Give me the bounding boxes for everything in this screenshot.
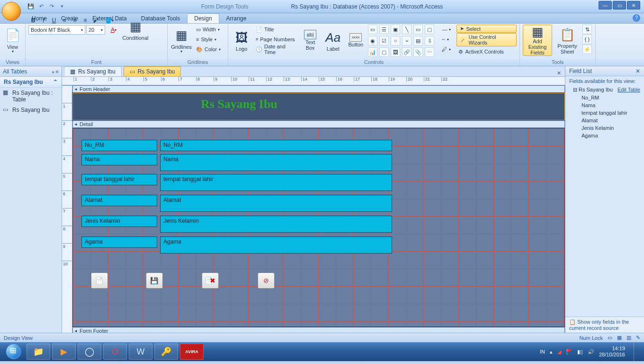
image-icon[interactable]: 🖼 [391, 47, 400, 57]
detail-section-bar[interactable]: Detail [72, 120, 565, 128]
convert-macros-icon[interactable]: ⚡ [582, 45, 592, 54]
language-indicator[interactable]: IN [540, 349, 545, 355]
tray-expand-icon[interactable]: ▴ [550, 349, 553, 355]
label-ttl[interactable]: tempat tanggal lahir [81, 174, 157, 185]
line-type-button[interactable]: ┄ ▾ [440, 35, 453, 44]
code-icon[interactable]: { } [582, 35, 592, 44]
font-name-combo[interactable]: Bodoni MT Black▾ [28, 25, 85, 35]
field-list-header[interactable]: Field List✕ [565, 66, 644, 76]
network-icon[interactable]: ▮▯ [577, 349, 583, 355]
design-canvas[interactable]: Form Header Rs Sayang Ibu Detail No_RM N… [72, 85, 565, 333]
field-item[interactable]: Alamat [565, 117, 644, 124]
tab-arrange[interactable]: Arrange [219, 13, 254, 23]
tab-design[interactable]: Design [187, 13, 219, 23]
cmd-button-1[interactable]: 📄 [91, 273, 108, 289]
cmd-button-2[interactable]: 💾 [146, 273, 163, 289]
color-button[interactable]: 🎨 Color ▾ [194, 45, 223, 54]
date-time-button[interactable]: 🕓 Date and Time [254, 45, 298, 54]
list-box-icon[interactable]: ☰ [379, 25, 389, 34]
form-header-section-bar[interactable]: Form Header [72, 85, 565, 93]
form-header-body[interactable]: Rs Sayang Ibu [72, 93, 565, 120]
task-access[interactable]: 🔑 [154, 344, 178, 360]
style-button[interactable]: ≡ Style ▾ [194, 35, 223, 44]
view-shortcut-form[interactable]: ▭ [608, 335, 612, 341]
start-button[interactable] [3, 343, 25, 360]
close-button[interactable]: ✕ [627, 1, 640, 9]
show-desktop-button[interactable] [634, 342, 638, 361]
form-title-label[interactable]: Rs Sayang Ibu [201, 97, 277, 111]
textbox-nama[interactable]: Nama [160, 154, 392, 171]
nav-pane-header[interactable]: All Tables ▾ « [0, 66, 62, 77]
doc-tab-2[interactable]: ▭Rs Sayang Ibu [124, 66, 181, 76]
task-opera[interactable]: O [103, 344, 127, 360]
conditional-button[interactable]: ▦ Conditional [119, 15, 152, 44]
design-surface-scroll[interactable]: 12345678910 Form Header Rs Sayang Ibu De… [62, 85, 565, 333]
unbound-frame-icon[interactable]: ▢ [379, 47, 389, 57]
option-group-icon[interactable]: ◉ [368, 36, 377, 46]
redo-icon[interactable]: ↷ [47, 2, 56, 11]
label-agama[interactable]: Agama [81, 237, 157, 248]
logo-button[interactable]: 🖼Logo [231, 25, 252, 56]
align-center-button[interactable]: ≡ [70, 16, 80, 25]
rectangle-icon[interactable]: ▭ [413, 25, 423, 34]
task-explorer[interactable]: 📁 [27, 344, 50, 360]
field-item[interactable]: Agama [565, 132, 644, 139]
field-item[interactable]: Nama [565, 101, 644, 109]
hyperlink-icon[interactable]: 🔗 [402, 47, 411, 57]
bound-frame-icon[interactable]: ▢ [425, 25, 434, 34]
doc-tab-1[interactable]: ▦Rs Sayang Ibu [64, 66, 122, 76]
task-word[interactable]: W [129, 344, 152, 360]
combo-box-icon[interactable]: ▭ [368, 25, 377, 34]
close-icon[interactable]: ✕ [635, 68, 640, 74]
chart-icon[interactable]: 📊 [368, 47, 377, 57]
format-painter-button[interactable]: 🖌 [91, 16, 100, 25]
maximize-button[interactable]: ▭ [613, 1, 626, 9]
vertical-ruler[interactable]: 12345678910 [62, 85, 72, 333]
label-nama[interactable]: Nama [81, 154, 157, 165]
nav-item-form[interactable]: ▭Rs Sayang Ibu [0, 105, 62, 115]
office-button[interactable] [2, 2, 21, 21]
cmd-button-3[interactable]: 📄✖ [202, 273, 219, 289]
title-button[interactable]: 📄 Title [254, 25, 298, 34]
line-thickness-button[interactable]: — ▾ [440, 25, 453, 34]
fill-color-button[interactable]: 🪣▾ [104, 16, 114, 25]
attachment-icon[interactable]: 📎 [413, 47, 423, 57]
checkbox-icon[interactable]: ☑ [379, 36, 389, 46]
textbox-alamat[interactable]: Alamat [160, 195, 392, 212]
label-button[interactable]: AaLabel [322, 25, 343, 56]
cmd-button-4[interactable]: ⊘ [258, 273, 275, 289]
save-icon[interactable]: 💾 [27, 2, 35, 11]
option-button-icon[interactable]: ○ [391, 36, 400, 46]
undo-icon[interactable]: ↶ [37, 2, 45, 11]
property-sheet-button[interactable]: 📋Property Sheet [554, 25, 581, 56]
volume-icon[interactable]: 🔊 [588, 349, 594, 355]
help-button[interactable]: ? [633, 14, 640, 22]
add-existing-fields-button[interactable]: ▦Add Existing Fields [523, 25, 552, 56]
field-item[interactable]: tempat tanggal lahir [565, 109, 644, 117]
label-jk[interactable]: Jenis Kelamin [81, 216, 157, 227]
doc-tab-close-button[interactable]: ✕ [553, 70, 565, 76]
qat-customize-icon[interactable]: ▼ [58, 2, 66, 11]
view-button[interactable]: 📄 View ▾ [3, 25, 22, 56]
more-controls-icon[interactable]: ⋯ [425, 47, 434, 57]
textbox-no-rm[interactable]: No_RM [160, 140, 392, 151]
view-shortcut-design[interactable]: ✎ [636, 335, 640, 341]
underline-button[interactable]: U [49, 16, 59, 25]
textbox-jk[interactable]: Jenis Kelamin [160, 216, 392, 233]
tab-control-icon[interactable]: ▤ [413, 36, 423, 46]
task-avira[interactable]: AVIRA [180, 344, 204, 360]
toggle-icon[interactable]: ⌁ [402, 36, 411, 46]
label-alamat[interactable]: Alamat [81, 195, 157, 206]
show-all-fields-toggle[interactable]: 📋 Show only fields in the current record… [565, 317, 644, 333]
tab-order-icon[interactable]: ⇅ [582, 25, 592, 34]
line-color-button[interactable]: 🖊 ▾ [440, 45, 453, 54]
task-chrome[interactable]: ◯ [78, 344, 101, 360]
align-left-button[interactable]: ≡ [60, 16, 69, 25]
task-wmp[interactable]: ▶ [52, 344, 76, 360]
select-button[interactable]: ➤ Select [456, 25, 517, 33]
minimize-button[interactable]: — [599, 1, 612, 9]
bold-button[interactable]: B [28, 16, 38, 25]
font-size-combo[interactable]: 20▾ [86, 25, 105, 35]
form-footer-section-bar[interactable]: Form Footer [72, 327, 565, 333]
textbox-ttl[interactable]: tempat tanggal lahir [160, 174, 392, 191]
